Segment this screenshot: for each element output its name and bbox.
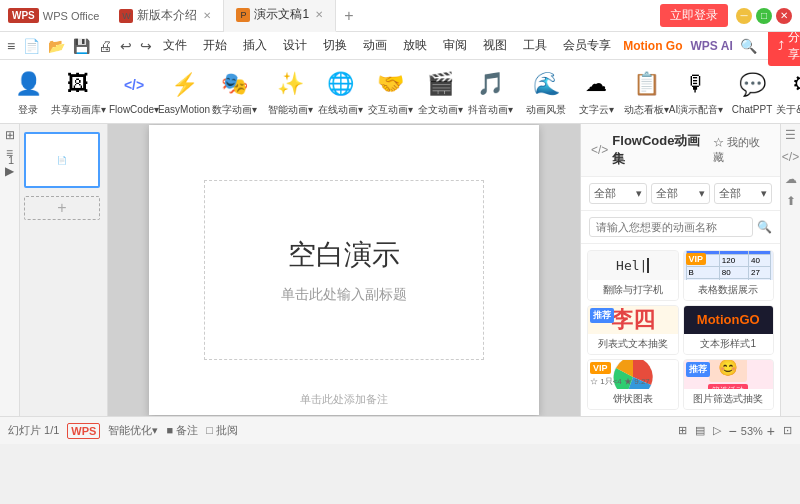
slide-subtitle[interactable]: 单击此处输入副标题 bbox=[281, 286, 407, 304]
ribbon-login[interactable]: 👤 登录 bbox=[4, 63, 52, 121]
anim-card-typewriter[interactable]: Hel| 翻除与打字机 bbox=[587, 250, 679, 301]
menu-tools[interactable]: 工具 bbox=[515, 33, 555, 58]
anim-board-label: 动态看板▾ bbox=[624, 103, 669, 117]
login-ribbon-icon: 👤 bbox=[11, 67, 45, 101]
ribbon-textcloud[interactable]: ☁ 文字云▾ bbox=[572, 63, 620, 121]
anim-card-name[interactable]: 推荐 李四 列表式文本抽奖 bbox=[587, 305, 679, 356]
left-panel-btn-3[interactable]: ▶ bbox=[5, 164, 14, 178]
ribbon-chatppt[interactable]: 💬 ChatPPT bbox=[728, 64, 776, 119]
menu-slideshow[interactable]: 放映 bbox=[395, 33, 435, 58]
search-icon[interactable]: 🔍 bbox=[757, 220, 772, 234]
review-button[interactable]: □ 批阅 bbox=[206, 423, 238, 438]
tab-presentation-label: 演示文稿1 bbox=[254, 6, 309, 23]
view-mode-list[interactable]: ▤ bbox=[695, 424, 705, 437]
tab-presentation[interactable]: P 演示文稿1 ✕ bbox=[224, 0, 336, 32]
anim-style-icon: 🌊 bbox=[529, 67, 563, 101]
anim-card-table[interactable]: VIP 名称值% A12040 B8027 C6020 表格数据展示 bbox=[683, 250, 775, 301]
panel-title: FlowCode动画集 bbox=[612, 132, 712, 168]
menu-icon-print[interactable]: 🖨 bbox=[95, 36, 115, 56]
slide-thumb-preview: 📄 bbox=[57, 156, 67, 165]
menu-view[interactable]: 视图 bbox=[475, 33, 515, 58]
slide-thumbnail[interactable]: 📄 bbox=[24, 132, 100, 188]
close-button[interactable]: ✕ bbox=[776, 8, 792, 24]
search-input[interactable] bbox=[589, 217, 753, 237]
menu-file[interactable]: 文件 bbox=[155, 33, 195, 58]
textcloud-icon: ☁ bbox=[579, 67, 613, 101]
zoom-in-button[interactable]: + bbox=[767, 423, 775, 439]
card-thumb-typewriter: Hel| bbox=[588, 251, 678, 280]
filter-select-1[interactable]: 全部 ▾ bbox=[589, 183, 647, 204]
panel-fav-button[interactable]: ☆ 我的收藏 bbox=[713, 135, 771, 165]
menu-design[interactable]: 设计 bbox=[275, 33, 315, 58]
menu-icon-undo[interactable]: ↩ bbox=[117, 36, 135, 56]
filter-select-3[interactable]: 全部 ▾ bbox=[714, 183, 772, 204]
menu-start[interactable]: 开始 bbox=[195, 33, 235, 58]
menu-transition[interactable]: 切换 bbox=[315, 33, 355, 58]
menu-icon-new[interactable]: 📄 bbox=[20, 36, 43, 56]
share-lib-icon: 🖼 bbox=[61, 67, 95, 101]
rec-badge-name: 推荐 bbox=[590, 308, 614, 323]
ribbon-online-anim[interactable]: 🌐 在线动画▾ bbox=[316, 63, 364, 121]
slide-number: 1 bbox=[8, 154, 14, 166]
menu-member[interactable]: 会员专享 bbox=[555, 33, 619, 58]
side-icon-code[interactable]: </> bbox=[782, 150, 799, 164]
search-icon[interactable]: 🔍 bbox=[737, 36, 760, 56]
ribbon-anim-board[interactable]: 📋 动态看板▾ bbox=[622, 63, 670, 121]
ribbon-easymotion[interactable]: ⚡ EasyMotion bbox=[160, 64, 208, 119]
menu-icon-save[interactable]: 💾 bbox=[70, 36, 93, 56]
slide-content-area[interactable]: 空白演示 单击此处输入副标题 bbox=[204, 180, 484, 360]
menu-icon-open[interactable]: 📂 bbox=[45, 36, 68, 56]
menu-animation[interactable]: 动画 bbox=[355, 33, 395, 58]
add-tab-button[interactable]: + bbox=[336, 7, 361, 25]
filter-3-chevron: ▾ bbox=[761, 187, 767, 200]
tab-new-version[interactable]: W 新版本介绍 ✕ bbox=[107, 0, 224, 32]
slide-title[interactable]: 空白演示 bbox=[288, 236, 400, 274]
menu-review[interactable]: 审阅 bbox=[435, 33, 475, 58]
card-label-motiongo: 文本形样式1 bbox=[684, 334, 774, 354]
minimize-button[interactable]: ─ bbox=[736, 8, 752, 24]
menu-icon-redo[interactable]: ↪ bbox=[137, 36, 155, 56]
view-mode-grid[interactable]: ⊞ bbox=[678, 424, 687, 437]
card-label-table: 表格数据展示 bbox=[684, 280, 774, 300]
slide-canvas[interactable]: 空白演示 单击此处输入副标题 单击此处添加备注 bbox=[149, 125, 539, 415]
panel-code-icon: </> bbox=[591, 143, 608, 157]
chatppt-icon: 💬 bbox=[735, 68, 769, 102]
maximize-button[interactable]: □ bbox=[756, 8, 772, 24]
slide-add-note[interactable]: 单击此处添加备注 bbox=[300, 392, 388, 407]
view-mode-play[interactable]: ▷ bbox=[713, 424, 721, 437]
side-icon-menu[interactable]: ☰ bbox=[785, 128, 796, 142]
ribbon-ai-voice[interactable]: 🎙 AI演示配音▾ bbox=[672, 63, 720, 121]
anim-card-motiongo[interactable]: MotionGO 文本形样式1 bbox=[683, 305, 775, 356]
canvas-area[interactable]: 空白演示 单击此处输入副标题 单击此处添加备注 bbox=[108, 124, 580, 416]
left-panel-btn-1[interactable]: ⊞ bbox=[5, 128, 15, 142]
side-icon-cloud[interactable]: ☁ bbox=[785, 172, 797, 186]
anim-card-photo[interactable]: 推荐 😊 籍选活动 图片筛选式抽奖 bbox=[683, 359, 775, 410]
ribbon-digital-anim[interactable]: 🎭 数字动画▾ bbox=[210, 63, 258, 121]
ribbon-tiktok-anim[interactable]: 🎵 抖音动画▾ bbox=[466, 63, 514, 121]
ribbon-settings[interactable]: ⚙ 关于&设置▾ bbox=[778, 63, 800, 121]
login-button[interactable]: 立即登录 bbox=[660, 4, 728, 27]
ribbon-full-anim[interactable]: 🎬 全文动画▾ bbox=[416, 63, 464, 121]
fit-button[interactable]: ⊡ bbox=[783, 424, 792, 437]
ribbon-smart-anim[interactable]: ✨ 智能动画▾ bbox=[266, 63, 314, 121]
ribbon-interact-anim[interactable]: 🤝 交互动画▾ bbox=[366, 63, 414, 121]
anim-board-icon: 📋 bbox=[629, 67, 663, 101]
tab-presentation-close[interactable]: ✕ bbox=[315, 9, 323, 20]
tab-new-version-close[interactable]: ✕ bbox=[203, 10, 211, 21]
menu-insert[interactable]: 插入 bbox=[235, 33, 275, 58]
note-button[interactable]: ■ 备注 bbox=[166, 423, 198, 438]
side-icon-upload[interactable]: ⬆ bbox=[786, 194, 796, 208]
filter-1-chevron: ▾ bbox=[636, 187, 642, 200]
ribbon-flowcode[interactable]: </> FlowCode▾ bbox=[110, 64, 158, 119]
slide-add-button[interactable]: + bbox=[24, 196, 100, 220]
ribbon-anim-style[interactable]: 🌊 动画风景 bbox=[522, 63, 570, 121]
ribbon-share-lib[interactable]: 🖼 共享动画库▾ bbox=[54, 63, 102, 121]
filter-select-2[interactable]: 全部 ▾ bbox=[651, 183, 709, 204]
anim-card-pie[interactable]: VIP ☆ 1只<4 ★ 9.27 饼状图表 bbox=[587, 359, 679, 410]
tab-new-version-label: 新版本介绍 bbox=[137, 7, 197, 24]
hamburger-icon[interactable]: ≡ bbox=[4, 36, 18, 56]
smart-opt-button[interactable]: 智能优化▾ bbox=[108, 423, 158, 438]
zoom-out-button[interactable]: − bbox=[729, 423, 737, 439]
menu-motion-go[interactable]: Motion Go bbox=[619, 39, 686, 53]
menu-wps-ai[interactable]: WPS AI bbox=[687, 39, 737, 53]
